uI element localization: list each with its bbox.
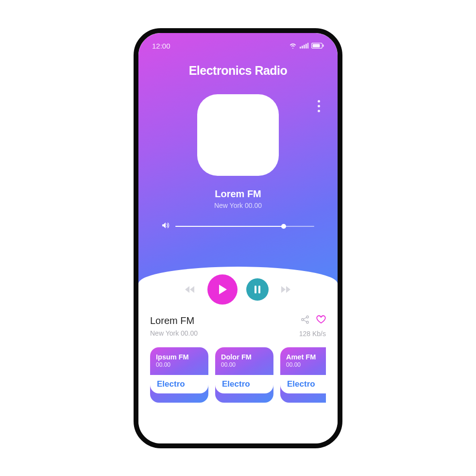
svg-line-24 <box>304 318 306 320</box>
screen: 12:00 Electronics Radio <box>138 33 338 443</box>
svg-point-23 <box>306 321 308 323</box>
station-card-genre: Electro <box>280 375 326 393</box>
svg-rect-6 <box>323 44 324 47</box>
svg-rect-4 <box>307 43 308 49</box>
station-card[interactable]: Amet FM 00.00 Electro <box>280 347 326 403</box>
pause-button[interactable] <box>246 278 269 301</box>
more-options-button[interactable] <box>316 98 322 114</box>
favorite-button[interactable] <box>316 315 326 326</box>
volume-control <box>162 222 314 231</box>
station-card-title: Amet FM <box>286 353 326 361</box>
svg-point-21 <box>306 316 308 318</box>
volume-icon[interactable] <box>162 222 170 231</box>
phone-frame: 12:00 Electronics Radio <box>134 28 342 448</box>
status-icons <box>289 42 324 50</box>
track-subtitle: New York 00.00 <box>150 329 198 337</box>
svg-line-25 <box>304 320 306 322</box>
previous-button[interactable] <box>181 281 199 298</box>
station-card-frequency: 00.00 <box>286 361 326 368</box>
next-button[interactable] <box>277 281 295 298</box>
track-info-row: Lorem FM New York 00.00 128 Kb/s <box>150 315 326 338</box>
station-card-title: Dolor FM <box>221 353 268 361</box>
pause-icon <box>254 285 261 294</box>
play-icon <box>217 284 228 295</box>
volume-slider[interactable] <box>175 226 314 227</box>
svg-rect-0 <box>300 47 301 49</box>
svg-rect-7 <box>313 44 320 47</box>
station-card-genre: Electro <box>215 375 273 393</box>
next-icon <box>281 286 291 293</box>
station-card-frequency: 00.00 <box>221 361 268 368</box>
svg-rect-20 <box>258 286 260 293</box>
app-title: Electronics Radio <box>152 64 324 78</box>
station-artwork[interactable] <box>197 94 279 176</box>
heart-icon <box>316 315 326 324</box>
station-card[interactable]: Ipsum FM 00.00 Electro <box>150 347 208 403</box>
svg-rect-2 <box>304 45 305 49</box>
bitrate-label: 128 Kb/s <box>299 330 326 338</box>
svg-rect-1 <box>302 46 303 49</box>
previous-icon <box>185 286 195 293</box>
status-time: 12:00 <box>152 42 170 50</box>
waveform-icon <box>211 113 265 157</box>
track-title: Lorem FM <box>150 315 198 326</box>
now-playing-subtitle: New York 00.00 <box>152 202 324 209</box>
play-button[interactable] <box>207 274 238 305</box>
svg-rect-19 <box>255 286 256 293</box>
station-card-title: Ipsum FM <box>156 353 203 361</box>
svg-point-22 <box>302 319 304 321</box>
station-card[interactable]: Dolor FM 00.00 Electro <box>215 347 273 403</box>
playback-controls <box>150 274 326 305</box>
signal-icon <box>300 42 308 50</box>
svg-rect-3 <box>306 44 307 49</box>
stations-carousel[interactable]: Ipsum FM 00.00 Electro Dolor FM 00.00 El… <box>150 347 326 403</box>
wifi-icon <box>289 42 297 50</box>
share-button[interactable] <box>301 315 309 326</box>
status-bar: 12:00 <box>152 42 324 50</box>
station-card-genre: Electro <box>150 375 208 393</box>
bottom-panel: Lorem FM New York 00.00 128 Kb/s <box>138 267 338 443</box>
station-card-frequency: 00.00 <box>156 361 203 368</box>
battery-icon <box>311 42 324 50</box>
now-playing-title: Lorem FM <box>152 188 324 200</box>
share-icon <box>301 315 309 324</box>
